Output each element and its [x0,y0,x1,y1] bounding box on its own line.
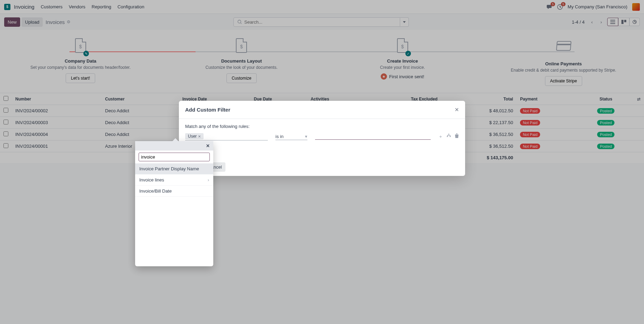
modal-title: Add Custom Filter [185,107,455,113]
operator-select[interactable]: is in▾ [275,133,307,140]
match-label: Match any of the following rules: [185,124,459,129]
add-rule-icon[interactable]: ＋ [438,133,443,140]
value-select[interactable] [315,133,431,140]
field-dropdown: ✕ Invoice Partner Display Name Invoice l… [135,141,213,163]
field-select[interactable]: User✕ [185,132,268,140]
custom-filter-modal: Add Custom Filter × Match any of the fol… [179,101,465,163]
modal-close-button[interactable]: × [455,106,459,114]
rule-row: User✕ is in▾ ＋ [185,132,459,140]
dropdown-close-icon[interactable]: ✕ [206,143,210,148]
delete-rule-icon[interactable] [455,133,459,140]
tag-remove-icon[interactable]: ✕ [198,135,201,138]
branch-rule-icon[interactable] [446,133,451,140]
field-tag[interactable]: User✕ [185,133,204,139]
dropdown-search-input[interactable] [139,153,210,161]
